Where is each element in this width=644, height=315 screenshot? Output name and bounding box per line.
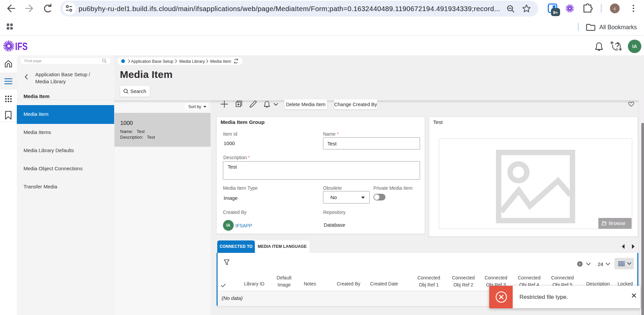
- svg-text:Application Base Setup: Application Base Setup: [131, 59, 173, 64]
- svg-text:Media Item: Media Item: [210, 59, 231, 64]
- svg-text:All Bookmarks: All Bookmarks: [599, 24, 637, 31]
- svg-text:24: 24: [598, 261, 603, 267]
- svg-text:9+: 9+: [553, 10, 558, 15]
- svg-text:IA: IA: [632, 44, 637, 49]
- svg-text:c: c: [614, 6, 616, 11]
- svg-text:Media Library: Media Library: [179, 59, 205, 64]
